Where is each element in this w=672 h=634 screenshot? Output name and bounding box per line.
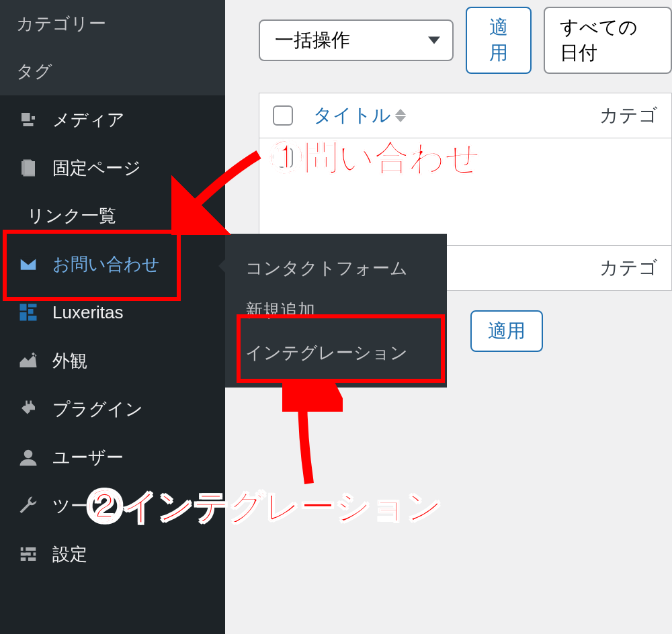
- sidebar-item-label: ツー: [52, 494, 88, 518]
- svg-rect-8: [21, 553, 36, 556]
- tools-icon: [16, 494, 40, 518]
- sidebar-item-tags[interactable]: タグ: [0, 48, 225, 95]
- submenu-item-label: コンタクトフォーム: [245, 258, 408, 278]
- sidebar-item-categories[interactable]: カテゴリー: [0, 0, 225, 48]
- sidebar-item-media[interactable]: メディア: [0, 95, 225, 144]
- submenu-item-label: 新規追加: [245, 300, 315, 320]
- svg-rect-7: [21, 547, 36, 551]
- sidebar-item-settings[interactable]: 設定: [0, 530, 225, 578]
- svg-rect-10: [24, 546, 26, 553]
- svg-rect-0: [25, 161, 35, 175]
- sidebar-item-label: お問い合わせ: [52, 253, 160, 276]
- submenu-item-label: インテグレーション: [245, 343, 408, 363]
- table-header: タイトル カテゴ: [259, 93, 672, 138]
- sidebar-item-label: Luxeritas: [52, 302, 124, 323]
- column-title-text: タイトル: [313, 103, 391, 128]
- sidebar-item-label: 設定: [52, 543, 87, 566]
- sidebar-item-label: ユーザー: [52, 446, 124, 469]
- pages-icon: [16, 156, 40, 180]
- select-all-checkbox-top[interactable]: [273, 105, 293, 126]
- bulk-action-select[interactable]: 一括操作: [259, 19, 454, 61]
- sidebar-item-pages[interactable]: 固定ページ: [0, 144, 225, 192]
- svg-rect-11: [31, 551, 34, 557]
- column-category-header: カテゴ: [599, 103, 658, 128]
- sidebar-item-label: プラグイン: [52, 398, 143, 421]
- sidebar-item-users[interactable]: ユーザー: [0, 433, 225, 482]
- svg-rect-2: [28, 304, 37, 308]
- submenu-item-integration[interactable]: インテグレーション: [225, 332, 447, 374]
- annotation-text-2: ②インテグレーション: [87, 484, 442, 531]
- settings-icon: [16, 542, 40, 566]
- svg-rect-4: [20, 312, 27, 321]
- sidebar-item-links[interactable]: リンク一覧: [0, 192, 225, 240]
- top-controls: 一括操作 適用 すべての日付: [259, 7, 672, 74]
- submenu-item-contact-forms[interactable]: コンタクトフォーム: [225, 247, 447, 289]
- apply-button-top[interactable]: 適用: [466, 7, 532, 74]
- sidebar-item-label: 外観: [52, 349, 87, 373]
- sidebar-item-contact[interactable]: お問い合わせ: [0, 240, 225, 288]
- column-title-header[interactable]: タイトル: [313, 103, 406, 128]
- sidebar-item-label: リンク一覧: [27, 204, 116, 228]
- submenu-item-add-new[interactable]: 新規追加: [225, 289, 447, 332]
- luxeritas-icon: [16, 300, 40, 324]
- sidebar-item-label: カテゴリー: [16, 12, 106, 36]
- sidebar-item-plugins[interactable]: プラグイン: [0, 385, 225, 433]
- sort-icon: [395, 109, 406, 122]
- users-icon: [16, 445, 40, 469]
- appearance-icon: [16, 349, 40, 373]
- apply-button-bottom[interactable]: 適用: [470, 310, 543, 352]
- admin-sidebar: カテゴリー タグ メディア 固定ページ リンク一覧 お問い合わせ Luxerit…: [0, 0, 225, 634]
- date-filter-select[interactable]: すべての日付: [544, 7, 672, 74]
- sidebar-item-luxeritas[interactable]: Luxeritas: [0, 288, 225, 336]
- column-category-footer: カテゴ: [599, 255, 658, 281]
- sidebar-item-label: メディア: [52, 108, 125, 132]
- svg-rect-1: [20, 304, 27, 311]
- contact-submenu: コンタクトフォーム 新規追加 インテグレーション: [225, 234, 447, 388]
- sidebar-item-appearance[interactable]: 外観: [0, 336, 225, 385]
- svg-rect-12: [26, 556, 28, 563]
- bulk-action-label: 一括操作: [275, 30, 350, 50]
- annotation-text-1: ①問い合わせ: [269, 134, 480, 181]
- plugins-icon: [16, 397, 40, 421]
- sidebar-item-label: 固定ページ: [52, 156, 141, 180]
- svg-point-6: [24, 450, 33, 459]
- date-filter-label: すべての日付: [560, 17, 638, 63]
- mail-icon: [16, 252, 40, 276]
- media-icon: [16, 107, 40, 132]
- svg-rect-3: [28, 309, 34, 314]
- submenu-pointer: [218, 255, 229, 277]
- sidebar-item-label: タグ: [16, 60, 52, 83]
- svg-rect-5: [28, 316, 37, 321]
